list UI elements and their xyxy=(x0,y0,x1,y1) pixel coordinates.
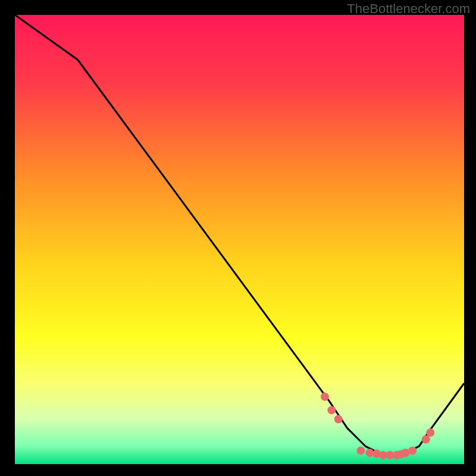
data-marker xyxy=(426,428,434,437)
watermark-text: TheBottlenecker.com xyxy=(347,1,470,17)
data-marker xyxy=(356,446,365,455)
data-marker xyxy=(321,393,329,401)
plot-area xyxy=(15,15,464,464)
chart-container: TheBottlenecker.com xyxy=(0,0,476,476)
data-marker xyxy=(327,406,336,414)
gradient-background xyxy=(15,15,464,464)
data-marker xyxy=(334,415,343,424)
chart-svg xyxy=(15,15,464,464)
data-marker xyxy=(408,446,416,455)
data-marker xyxy=(422,436,430,444)
